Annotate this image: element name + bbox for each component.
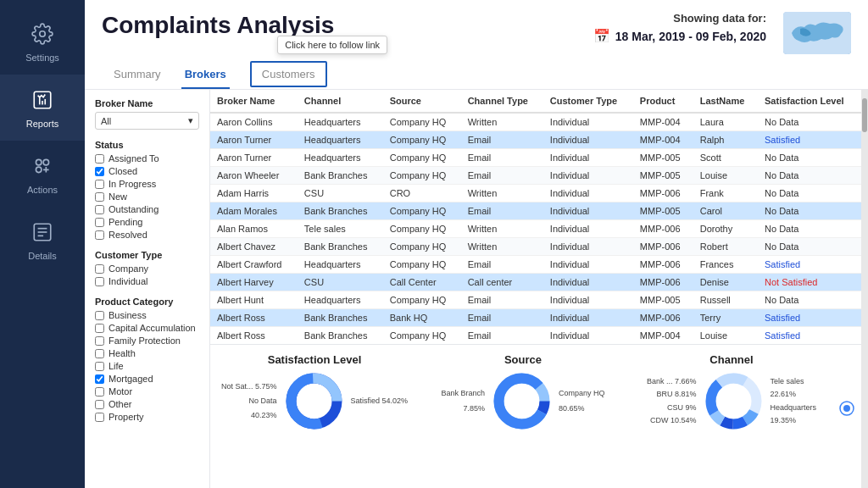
chart-icon: [838, 383, 855, 434]
main-content: Complaints Analysis Showing data for: 📅 …: [85, 0, 868, 488]
channel-right-labels: Tele sales 22.61% Headquarters 19.35%: [771, 375, 817, 427]
sidebar-item-details[interactable]: Details: [0, 207, 85, 273]
svg-rect-1: [34, 92, 51, 108]
prod-mortgaged: Mortgaged: [95, 374, 199, 384]
chart-channel: Channel Bank ... 7.66% BRU 8.81% CSU 9% …: [627, 353, 836, 463]
reports-icon: [29, 86, 56, 114]
calendar-icon: 📅: [593, 28, 610, 44]
table-header-row: Broker Name Channel Source Channel Type …: [210, 90, 861, 113]
table-row[interactable]: Aaron TurnerHeadquartersCompany HQEmailI…: [210, 131, 861, 149]
table-row[interactable]: Alan RamosTele salesCompany HQWrittenInd…: [210, 220, 861, 238]
prod-health: Health: [95, 348, 199, 358]
table-row[interactable]: Adam MoralesBank BranchesCompany HQEmail…: [210, 202, 861, 220]
vertical-scrollbar[interactable]: [861, 90, 868, 488]
date-range-section: Showing data for: 📅 18 Mar, 2019 - 09 Fe…: [593, 12, 766, 44]
table-row[interactable]: Aaron WheelerBank BranchesCompany HQEmai…: [210, 167, 861, 185]
satisfaction-left-labels: Not Sat... 5.75% No Data 40.23%: [221, 380, 277, 423]
sidebar-reports-label: Reports: [26, 119, 59, 129]
col-broker-name: Broker Name: [210, 90, 298, 113]
broker-filter-title: Broker Name: [95, 98, 199, 108]
status-new: New: [95, 191, 199, 202]
svg-point-3: [43, 159, 49, 165]
tab-customers[interactable]: Click here to follow link Customers: [247, 61, 331, 89]
sidebar-item-reports[interactable]: Reports: [0, 75, 85, 141]
charts-row: Satisfaction Level Not Sat... 5.75% No D…: [210, 344, 861, 467]
channel-donut-container: Bank ... 7.66% BRU 8.81% CSU 9% CDW 10.5…: [647, 369, 816, 433]
broker-select[interactable]: All ▾: [95, 112, 199, 130]
col-channel-type: Channel Type: [461, 90, 543, 113]
table-row[interactable]: Adam HarrisCSUCROWrittenIndividualMMP-00…: [210, 185, 861, 202]
table-row[interactable]: Albert RossBank BranchesCompany HQEmailI…: [210, 327, 861, 345]
table-row[interactable]: Albert HuntHeadquartersCompany HQEmailIn…: [210, 291, 861, 309]
sidebar-settings-label: Settings: [25, 53, 59, 63]
col-source: Source: [383, 90, 461, 113]
sidebar-item-settings[interactable]: Settings: [0, 8, 85, 75]
product-category-title: Product Category: [95, 297, 199, 307]
status-closed: Closed: [95, 166, 199, 176]
tab-brokers[interactable]: Brokers: [181, 61, 230, 89]
satisfaction-donut: [282, 369, 346, 433]
tab-summary[interactable]: Summary: [110, 61, 164, 89]
table-area: Broker Name Channel Source Channel Type …: [210, 90, 861, 488]
chart-source: Source Bank Branch 7.85% Company HQ: [419, 353, 627, 463]
channel-left-labels: Bank ... 7.66% BRU 8.81% CSU 9% CDW 10.5…: [647, 375, 697, 427]
map-thumbnail: [783, 12, 851, 54]
details-icon: [29, 219, 56, 246]
chart-source-title: Source: [504, 353, 542, 366]
prod-other: Other: [95, 399, 199, 409]
prod-property: Property: [95, 412, 199, 422]
table-row[interactable]: Aaron CollinsHeadquartersCompany HQWritt…: [210, 113, 861, 131]
source-right-labels: Company HQ 80.65%: [559, 386, 605, 415]
broker-filter: Broker Name All ▾: [95, 98, 199, 130]
status-resolved: Resolved: [95, 230, 199, 240]
prod-business: Business: [95, 310, 199, 320]
col-lastname: LastName: [693, 90, 758, 113]
chart-satisfaction-title: Satisfaction Level: [268, 353, 362, 366]
date-display: 📅 18 Mar, 2019 - 09 Feb, 2020: [593, 28, 766, 44]
customer-type-filter: Customer Type Company Individual: [95, 250, 199, 286]
data-table: Broker Name Channel Source Channel Type …: [210, 90, 861, 344]
status-pending: Pending: [95, 217, 199, 227]
scroll-thumb: [862, 98, 867, 132]
satisfaction-right-labels: Satisfied 54.02%: [351, 394, 409, 408]
satisfaction-donut-container: Not Sat... 5.75% No Data 40.23% Satisfie…: [221, 369, 408, 433]
table-row[interactable]: Albert RossBank BranchesBank HQEmailIndi…: [210, 309, 861, 327]
sidebar-actions-label: Actions: [27, 185, 58, 195]
date-value: 18 Mar, 2019 - 09 Feb, 2020: [615, 30, 766, 43]
source-left-labels: Bank Branch 7.85%: [441, 386, 485, 415]
prod-motor: Motor: [95, 386, 199, 396]
table-row[interactable]: Albert HarveyCSUCall CenterCall centerIn…: [210, 274, 861, 291]
table-row[interactable]: Albert CrawfordHeadquartersCompany HQEma…: [210, 256, 861, 274]
sidebar: Settings Reports Actions: [0, 0, 85, 488]
status-filter-title: Status: [95, 140, 199, 150]
tooltip-box: Click here to follow link: [277, 36, 387, 54]
data-table-scroll[interactable]: Broker Name Channel Source Channel Type …: [210, 90, 861, 344]
product-category-filter: Product Category Business Capital Accumu…: [95, 297, 199, 422]
svg-point-0: [40, 31, 46, 37]
actions-icon: [29, 152, 56, 180]
table-row[interactable]: Albert ChavezBank BranchesCompany HQWrit…: [210, 238, 861, 256]
sidebar-item-actions[interactable]: Actions: [0, 141, 85, 207]
svg-point-24: [843, 405, 850, 412]
status-outstanding: Outstanding: [95, 204, 199, 214]
table-row[interactable]: Aaron TurnerHeadquartersCompany HQEmailI…: [210, 149, 861, 167]
source-donut-container: Bank Branch 7.85% Company HQ 80.65%: [441, 369, 604, 433]
channel-donut: [702, 369, 765, 433]
svg-point-15: [499, 379, 545, 424]
status-assigned-to: Assigned To: [95, 153, 199, 164]
col-customer-type: Customer Type: [543, 90, 633, 113]
chart-scroll-area: [836, 353, 861, 463]
col-product: Product: [633, 90, 693, 113]
tab-bar: Summary Brokers Click here to follow lin…: [102, 61, 851, 89]
prod-family: Family Protection: [95, 336, 199, 346]
chart-channel-title: Channel: [709, 353, 753, 366]
status-in-progress: In Progress: [95, 179, 199, 189]
source-donut: [490, 369, 554, 433]
prod-capital: Capital Accumulation: [95, 323, 199, 333]
showing-label: Showing data for:: [673, 12, 766, 25]
col-satisfaction: Satisfaction Level: [758, 90, 861, 113]
page-header: Complaints Analysis Showing data for: 📅 …: [85, 0, 868, 90]
filter-panel: Broker Name All ▾ Status Assigned To Clo…: [85, 90, 210, 488]
prod-life: Life: [95, 361, 199, 371]
sidebar-details-label: Details: [28, 251, 57, 261]
